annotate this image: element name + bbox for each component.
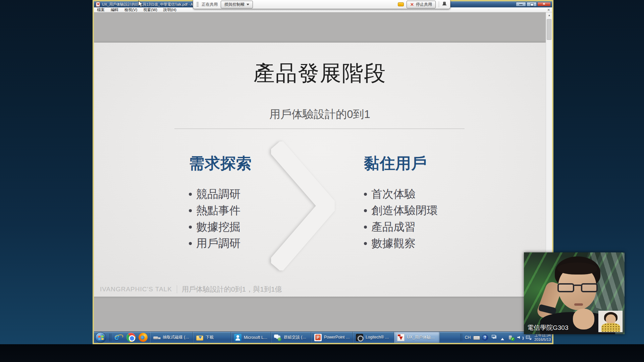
list-item: 數據挖掘 xyxy=(189,219,300,235)
taskbar-button-logitech[interactable]: Logitech® 網... xyxy=(353,332,394,343)
list-item: 熱點事件 xyxy=(189,202,300,219)
menu-view[interactable]: 檢視(V) xyxy=(121,7,140,12)
taskbar-button-downloads[interactable]: 下載 xyxy=(193,332,231,343)
column-demand-discovery: 需求探索 競品調研 熱點事件 數據挖掘 用戶調研 xyxy=(189,153,300,252)
language-indicator[interactable]: CH xyxy=(465,335,471,340)
clock[interactable]: 上午11:34 2016/5/13 xyxy=(534,333,551,342)
list-item: 數據觀察 xyxy=(364,235,508,252)
adobe-reader-window: UX_用戶体驗設計的0到1與1到1億_中華電信Talk.pdf - Adobe … xyxy=(93,0,553,344)
give-control-button[interactable]: 授與控制權 xyxy=(221,1,253,8)
taskbar: e 抽取式磁碟 (F:) 下載 Microsoft Lync... 群組交談 (… xyxy=(94,331,552,343)
menu-edit[interactable]: 編輯 xyxy=(108,7,121,12)
webcam-app-icon xyxy=(356,334,363,341)
stop-x-icon: ✕ xyxy=(410,2,414,7)
keyboard-icon[interactable] xyxy=(473,335,479,341)
firefox-icon[interactable] xyxy=(139,333,148,342)
volume-icon[interactable] xyxy=(517,335,523,341)
list-item: 競品調研 xyxy=(189,186,300,202)
self-view-inset xyxy=(598,311,623,332)
stage-bottom-strip xyxy=(0,344,644,362)
list-item: 創造体驗閉環 xyxy=(364,202,508,219)
start-button[interactable] xyxy=(95,332,106,343)
footer-text: 用戶体驗設計的0到1，與1到1億 xyxy=(182,285,282,294)
minimize-button[interactable] xyxy=(516,2,526,6)
pdf-canvas: 產品發展階段 用戶体驗設計的0到1 需求探索 競品調研 熱點事件 數據挖掘 用戶… xyxy=(94,12,552,331)
sharing-status-label: 正在共用 xyxy=(202,2,218,7)
usb-drive-icon xyxy=(153,334,160,341)
internet-explorer-icon[interactable]: e xyxy=(114,333,123,342)
slide-title: 產品發展階段 xyxy=(94,59,546,88)
pdf-document-icon xyxy=(96,2,100,7)
footer-divider xyxy=(177,285,177,293)
webcam-video[interactable]: 電信學院G303 xyxy=(524,252,625,334)
toolbar-separator xyxy=(439,1,439,7)
right-column-heading: 黏住用戶 xyxy=(364,153,508,174)
document-close-icon[interactable]: ✕ xyxy=(547,7,550,12)
chrome-icon[interactable] xyxy=(126,333,136,342)
safely-remove-usb-icon[interactable] xyxy=(508,335,514,341)
window-title: UX_用戶体驗設計的0到1與1到1億_中華電信Talk.pdf - Adobe xyxy=(102,2,201,7)
sharing-toolbar: 正在共用 授與控制權 ✕ 停止共用 xyxy=(193,0,450,9)
slide-footer: IVANGRAPHIC'S TALK 用戶体驗設計的0到1，與1到1億 xyxy=(100,285,282,294)
person-fringe xyxy=(557,262,597,275)
menu-file[interactable]: 檔案 xyxy=(94,7,108,12)
person-hand xyxy=(573,309,594,329)
slide-divider-line xyxy=(174,128,465,129)
chat-bubble-icon[interactable] xyxy=(398,2,404,7)
footer-brand: IVANGRAPHIC'S TALK xyxy=(100,286,172,293)
slide-subtitle: 用戶体驗設計的0到1 xyxy=(94,107,546,122)
person-glasses xyxy=(557,283,598,294)
restore-button[interactable] xyxy=(527,2,537,6)
scroll-thumb[interactable] xyxy=(547,19,551,40)
pin-icon[interactable] xyxy=(442,1,447,7)
help-icon[interactable] xyxy=(482,335,488,341)
stop-sharing-button[interactable]: ✕ 停止共用 xyxy=(407,1,436,8)
taskbar-button-removable-disk[interactable]: 抽取式磁碟 (F:) xyxy=(150,332,193,343)
list-item: 產品成習 xyxy=(364,219,508,235)
window-controls xyxy=(516,2,551,6)
taskbar-button-pdf-active[interactable]: UX_用戶体驗設... xyxy=(394,332,440,343)
pdf-slide-page: 產品發展階段 用戶体驗設計的0到1 需求探索 競品調研 熱點事件 數據挖掘 用戶… xyxy=(94,43,546,297)
tray-grip-icon xyxy=(460,334,462,342)
taskbar-grip-icon xyxy=(109,334,111,342)
left-column-heading: 需求探索 xyxy=(189,153,300,174)
scroll-up-icon[interactable]: ▲ xyxy=(546,12,552,18)
show-hidden-icons-icon[interactable] xyxy=(499,335,505,341)
list-item: 首次体驗 xyxy=(364,186,508,202)
display-switch-icon[interactable] xyxy=(491,335,497,341)
person-mouth xyxy=(574,303,583,306)
list-item: 用戶調研 xyxy=(189,235,300,252)
windows-logo-icon xyxy=(98,335,104,340)
mouse-cursor xyxy=(138,1,144,8)
taskbar-button-group-chat[interactable]: 群組交談 (204 ... xyxy=(271,332,311,343)
column-retain-users: 黏住用戶 首次体驗 創造体驗閉環 產品成習 數據觀察 xyxy=(364,153,508,252)
group-chat-icon xyxy=(274,334,281,341)
adobe-pdf-icon xyxy=(397,334,405,341)
desktop-stage: UX_用戶体驗設計的0到1與1到1億_中華電信Talk.pdf - Adobe … xyxy=(0,0,644,362)
close-button[interactable] xyxy=(537,2,551,6)
taskbar-button-lync[interactable]: Microsoft Lync... xyxy=(231,332,271,343)
chevron-down-icon xyxy=(247,4,249,7)
lync-icon xyxy=(234,334,241,341)
download-folder-icon xyxy=(196,334,203,341)
network-icon[interactable] xyxy=(526,335,532,341)
toolbar-grip-icon[interactable] xyxy=(197,2,199,7)
taskbar-button-powerpoint[interactable]: PowerPoint 投... xyxy=(311,332,353,343)
participant-name-label: 電信學院G303 xyxy=(527,323,568,332)
powerpoint-icon xyxy=(314,334,322,341)
menu-help[interactable]: 說明(H) xyxy=(160,7,179,12)
